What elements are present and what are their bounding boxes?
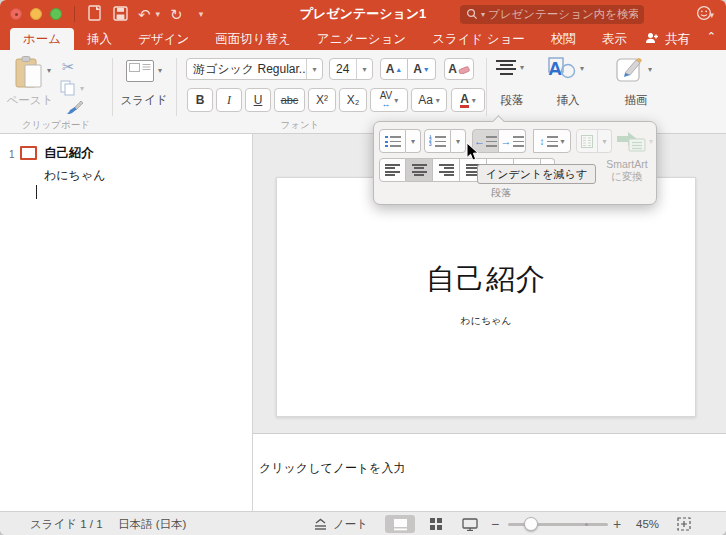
redo-icon[interactable]: ↻ bbox=[170, 7, 183, 22]
close-button[interactable] bbox=[10, 8, 22, 20]
draw-button[interactable]: ▾ bbox=[616, 56, 652, 82]
fit-to-window-button[interactable] bbox=[676, 516, 692, 535]
italic-button[interactable]: I bbox=[216, 88, 242, 112]
columns-caret-icon[interactable]: ▾ bbox=[598, 129, 612, 153]
svg-text:A: A bbox=[548, 58, 562, 79]
zoom-out-button[interactable]: − bbox=[491, 512, 499, 535]
bullets-group: ▾ bbox=[379, 129, 421, 153]
font-name-caret-icon[interactable]: ▾ bbox=[306, 59, 322, 79]
new-slide-dropdown-icon[interactable]: ▾ bbox=[158, 66, 162, 75]
tab-view[interactable]: 表示 bbox=[589, 28, 640, 50]
paste-dropdown-icon[interactable]: ▾ bbox=[47, 66, 51, 75]
outline-slide-icon[interactable] bbox=[20, 146, 37, 160]
slide[interactable]: 自己紹介 わにちゃん bbox=[276, 177, 696, 417]
save-icon[interactable] bbox=[113, 6, 128, 23]
superscript-button[interactable]: X² bbox=[308, 88, 336, 112]
change-case-label: Aa bbox=[418, 93, 433, 107]
grow-font-button[interactable]: A▲ bbox=[380, 58, 408, 80]
align-right-button[interactable] bbox=[433, 158, 460, 182]
line-spacing-group: ↕▾ bbox=[533, 129, 571, 153]
toolbar-options-icon[interactable]: ▾ bbox=[199, 9, 204, 19]
tab-review[interactable]: 校閲 bbox=[538, 28, 589, 50]
unsaved-dot bbox=[15, 13, 18, 16]
line-spacing-button[interactable]: ↕▾ bbox=[533, 129, 571, 153]
draw-brush-icon bbox=[616, 56, 644, 82]
minimize-button[interactable] bbox=[30, 8, 42, 20]
zoom-slider-knob[interactable] bbox=[524, 517, 538, 531]
tooltip: インデントを減らす bbox=[477, 164, 596, 184]
group-separator bbox=[176, 58, 177, 116]
change-case-button[interactable]: Aa ▾ bbox=[411, 88, 447, 112]
undo-icon[interactable]: ↶ bbox=[138, 7, 151, 22]
outline-pane[interactable]: 1 自己紹介 わにちゃん bbox=[0, 134, 253, 511]
language-indicator[interactable]: 日本語 (日本) bbox=[118, 512, 186, 535]
slide-title[interactable]: 自己紹介 bbox=[277, 260, 695, 300]
titlebar: ↶▾ ↻ ▾ プレゼンテーション1 ▾ プレゼンテーション内を検索 ▾ bbox=[0, 0, 726, 28]
numbering-caret-icon[interactable]: ▾ bbox=[451, 129, 466, 153]
share-button[interactable]: 共有 bbox=[645, 28, 690, 50]
notes-placeholder[interactable]: クリックしてノートを入力 bbox=[259, 460, 406, 477]
paragraph-button[interactable]: ▾ bbox=[496, 60, 524, 75]
slide-subtitle[interactable]: わにちゃん bbox=[277, 314, 695, 328]
increase-indent-button[interactable]: → bbox=[499, 129, 526, 153]
slide-sorter-button[interactable] bbox=[421, 515, 451, 533]
tab-insert[interactable]: 挿入 bbox=[74, 28, 125, 50]
clear-formatting-button[interactable]: A bbox=[444, 58, 474, 80]
cut-icon[interactable]: ✂ bbox=[62, 58, 75, 76]
statusbar: スライド 1 / 1 日本語 (日本) ノート − + bbox=[0, 511, 726, 535]
notes-toggle[interactable]: ノート bbox=[313, 512, 368, 535]
tab-animations[interactable]: アニメーション bbox=[304, 28, 419, 50]
shrink-font-button[interactable]: A▼ bbox=[408, 58, 436, 80]
normal-view-button[interactable] bbox=[385, 515, 415, 533]
outline-slide-body[interactable]: わにちゃん bbox=[44, 167, 105, 184]
character-spacing-button[interactable]: AV ↔ ▾ bbox=[370, 88, 408, 112]
font-color-button[interactable]: A ▾ bbox=[451, 88, 485, 112]
bullets-caret-icon[interactable]: ▾ bbox=[406, 129, 421, 153]
slide-counter: スライド 1 / 1 bbox=[30, 512, 103, 535]
bullets-button[interactable] bbox=[379, 129, 406, 153]
insert-caret-icon: ▾ bbox=[580, 64, 584, 73]
search-scope-caret-icon[interactable]: ▾ bbox=[481, 10, 485, 19]
tab-transitions[interactable]: 画面切り替え bbox=[202, 28, 304, 50]
notes-pane[interactable]: クリックしてノートを入力 bbox=[253, 433, 726, 511]
bold-button[interactable]: B bbox=[187, 88, 213, 112]
insert-button[interactable]: A ▾ bbox=[548, 56, 584, 81]
font-color-label: A bbox=[460, 93, 469, 108]
undo-dropdown-icon[interactable]: ▾ bbox=[156, 9, 161, 19]
grow-font-label: A bbox=[386, 62, 395, 76]
subscript-button[interactable]: X₂ bbox=[339, 88, 367, 112]
zoom-level[interactable]: 45% bbox=[636, 512, 659, 535]
underline-button[interactable]: U bbox=[245, 88, 271, 112]
change-case-caret-icon: ▾ bbox=[436, 96, 440, 105]
format-painter-icon[interactable] bbox=[64, 98, 84, 120]
zoom-slider-track[interactable] bbox=[508, 523, 608, 526]
paste-button[interactable] bbox=[14, 56, 44, 94]
font-size-caret-icon[interactable]: ▾ bbox=[356, 59, 372, 79]
outline-slide-title[interactable]: 自己紹介 bbox=[44, 145, 94, 162]
slideshow-button[interactable] bbox=[455, 515, 485, 533]
copy-icon[interactable] bbox=[60, 80, 76, 100]
feedback-caret-icon[interactable]: ▾ bbox=[709, 10, 714, 20]
new-slide-icon[interactable] bbox=[88, 5, 103, 23]
zoom-in-button[interactable]: + bbox=[613, 512, 621, 535]
font-name-combo[interactable]: 游ゴシック Regular... ▾ bbox=[186, 58, 323, 80]
align-left-button[interactable] bbox=[379, 158, 406, 182]
font-size-combo[interactable]: 24 ▾ bbox=[329, 58, 373, 80]
columns-button[interactable] bbox=[576, 129, 598, 153]
fullscreen-button[interactable] bbox=[50, 8, 62, 20]
powerpoint-window: ↶▾ ↻ ▾ プレゼンテーション1 ▾ プレゼンテーション内を検索 ▾ ホーム … bbox=[0, 0, 726, 535]
columns-icon bbox=[581, 135, 593, 148]
align-center-button[interactable] bbox=[406, 158, 433, 182]
copy-dropdown-icon[interactable]: ▾ bbox=[80, 84, 84, 93]
strikethrough-button[interactable]: abc bbox=[274, 88, 305, 112]
numbering-button[interactable]: 1 2 3 bbox=[424, 129, 451, 153]
tab-home[interactable]: ホーム bbox=[10, 28, 74, 50]
tab-design[interactable]: デザイン bbox=[125, 28, 202, 50]
collapse-ribbon-icon[interactable]: ⌃ bbox=[707, 30, 716, 43]
tab-slideshow[interactable]: スライド ショー bbox=[419, 28, 538, 50]
new-slide-button[interactable] bbox=[126, 60, 154, 86]
search-field[interactable]: ▾ プレゼンテーション内を検索 bbox=[460, 5, 644, 24]
smartart-button[interactable]: ▾ bbox=[616, 130, 653, 152]
paragraph-lines-icon bbox=[496, 60, 516, 75]
search-icon bbox=[466, 6, 478, 24]
